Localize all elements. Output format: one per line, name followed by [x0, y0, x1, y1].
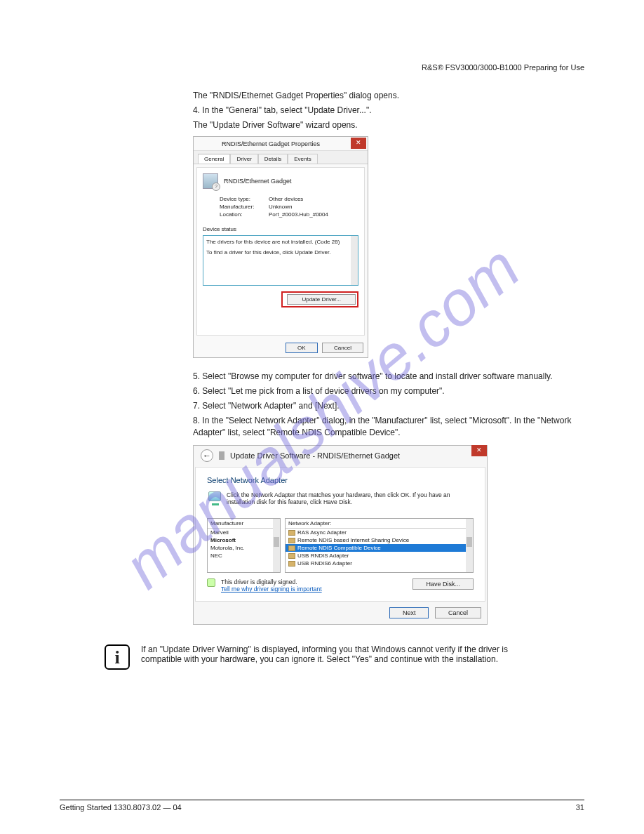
- status-line2: To find a driver for this device, click …: [206, 249, 355, 256]
- scrollbar[interactable]: [351, 236, 358, 285]
- step8-text: 8. In the "Select Network Adapter" dialo…: [193, 415, 584, 439]
- scrollbar[interactable]: [466, 519, 473, 572]
- dialog-title: RNDIS/Ethernet Gadget Properties: [222, 140, 320, 147]
- value-manufacturer: Unknown: [269, 204, 292, 210]
- manufacturer-header: Manufacturer: [208, 519, 280, 529]
- properties-dialog: RNDIS/Ethernet Gadget Properties ✕ Gener…: [193, 136, 368, 358]
- footer-right: 31: [576, 803, 584, 812]
- list-item[interactable]: USB RNDIS6 Adapter: [286, 560, 473, 567]
- label-device-status: Device status: [203, 226, 358, 232]
- ok-button[interactable]: OK: [286, 343, 318, 353]
- list-item[interactable]: NEC: [208, 552, 280, 560]
- list-item[interactable]: RAS Async Adapter: [286, 529, 473, 536]
- wizard-dialog: ✕ ← Update Driver Software - RNDIS/Ether…: [193, 445, 488, 625]
- page-header: R&S® FSV3000/3000-B1000 Preparing for Us…: [60, 63, 584, 72]
- list-item[interactable]: USB RNDIS Adapter: [286, 552, 473, 560]
- device-icon: [203, 173, 218, 189]
- step4b-text: The "Update Driver Software" wizard open…: [193, 119, 584, 131]
- scrollbar[interactable]: [273, 519, 280, 572]
- wizard-description: Click the Network Adapter that matches y…: [227, 491, 474, 505]
- signed-text: This driver is digitally signed.: [221, 578, 322, 585]
- tab-driver[interactable]: Driver: [230, 154, 257, 164]
- list-item[interactable]: Motorola, Inc.: [208, 544, 280, 552]
- close-icon[interactable]: ✕: [471, 445, 487, 456]
- update-driver-button[interactable]: Update Driver...: [287, 294, 356, 305]
- step5-text: 5. Select "Browse my computer for driver…: [193, 371, 584, 383]
- list-item[interactable]: Microsoft: [208, 536, 280, 544]
- tab-events[interactable]: Events: [288, 154, 317, 164]
- info-text: If an "Update Driver Warning" is display…: [141, 644, 534, 664]
- wizard-subtitle: Select Network Adapter: [207, 476, 474, 484]
- adapter-icon: [288, 545, 295, 551]
- page-footer: Getting Started 1330.8073.02 — 04 31: [60, 800, 584, 812]
- list-item[interactable]: Remote NDIS based Internet Sharing Devic…: [286, 536, 473, 544]
- step4a-text: 4. In the "General" tab, select "Update …: [193, 105, 584, 117]
- list-item[interactable]: Marvell: [208, 529, 280, 536]
- info-icon: i: [105, 644, 130, 670]
- label-device-type: Device type:: [220, 196, 269, 202]
- adapter-icon: [288, 538, 295, 543]
- status-line1: The drivers for this device are not inst…: [206, 239, 355, 245]
- step7-text: 7. Select "Network Adapter" and [Next].: [193, 400, 584, 412]
- tab-general[interactable]: General: [198, 154, 230, 164]
- wizard-icon: [219, 451, 224, 460]
- close-icon[interactable]: ✕: [351, 138, 366, 149]
- label-manufacturer: Manufacturer:: [220, 204, 269, 210]
- wizard-titlebar: ← Update Driver Software - RNDIS/Etherne…: [194, 446, 487, 465]
- signing-info-link[interactable]: Tell me why driver signing is important: [221, 585, 322, 593]
- dialog-tabbar: General Driver Details Events: [194, 151, 368, 164]
- cancel-button[interactable]: Cancel: [435, 607, 481, 618]
- tab-body-general: RNDIS/Ethernet Gadget Device type:Other …: [196, 167, 365, 336]
- network-adapter-listbox[interactable]: Network Adapter: RAS Async Adapter Remot…: [285, 518, 474, 573]
- value-device-type: Other devices: [269, 196, 303, 202]
- have-disk-button[interactable]: Have Disk...: [412, 578, 474, 590]
- list-item-selected[interactable]: Remote NDIS Compatible Device: [286, 544, 473, 552]
- signed-icon: [207, 578, 215, 587]
- step6-text: 6. Select "Let me pick from a list of de…: [193, 385, 584, 397]
- tab-details[interactable]: Details: [258, 154, 288, 164]
- label-location: Location:: [220, 211, 269, 218]
- adapter-icon: [288, 530, 295, 536]
- value-location: Port_#0003.Hub_#0004: [269, 211, 328, 218]
- wizard-title-text: Update Driver Software - RNDIS/Ethernet …: [230, 451, 400, 460]
- network-adapter-header: Network Adapter:: [286, 519, 473, 529]
- next-button[interactable]: Next: [389, 607, 429, 618]
- dialog-titlebar: RNDIS/Ethernet Gadget Properties ✕: [194, 137, 368, 151]
- manufacturer-listbox[interactable]: Manufacturer Marvell Microsoft Motorola,…: [207, 518, 281, 573]
- network-adapter-icon: [208, 491, 221, 501]
- info-note: i If an "Update Driver Warning" is displ…: [105, 644, 584, 670]
- cancel-button[interactable]: Cancel: [322, 343, 363, 353]
- footer-left: Getting Started 1330.8073.02 — 04: [60, 803, 182, 812]
- device-name: RNDIS/Ethernet Gadget: [224, 178, 292, 185]
- back-icon[interactable]: ←: [201, 449, 213, 462]
- adapter-icon: [288, 553, 295, 559]
- intro-text: The "RNDIS/Ethernet Gadget Properties" d…: [193, 90, 584, 102]
- device-status-box: The drivers for this device are not inst…: [203, 235, 358, 286]
- adapter-icon: [288, 561, 295, 567]
